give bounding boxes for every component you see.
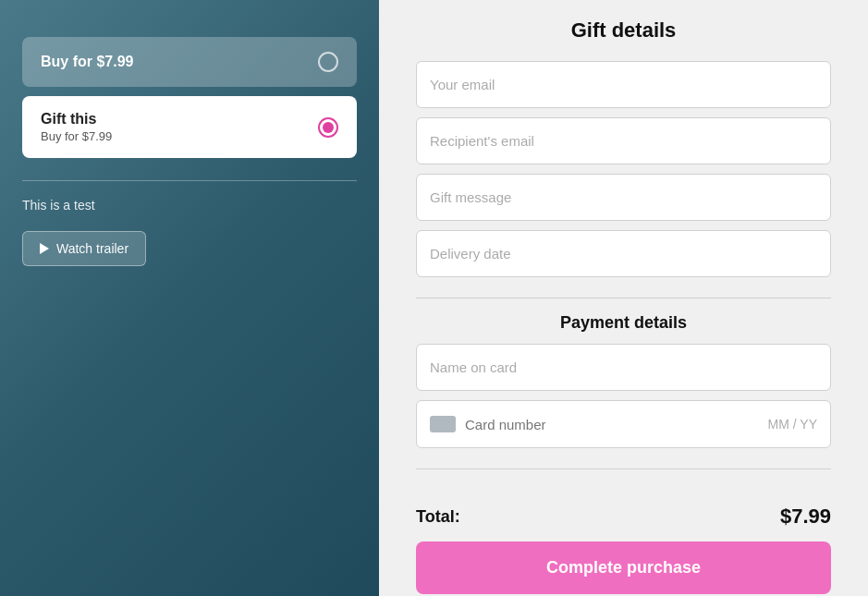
card-stripe [430, 416, 456, 432]
gift-option-text: Gift this Buy for $7.99 [41, 111, 112, 143]
total-section: Total: $7.99 [416, 501, 831, 529]
gift-option-sublabel: Buy for $7.99 [41, 129, 112, 143]
description-text: This is a test [22, 198, 357, 213]
payment-details-title: Payment details [416, 313, 831, 333]
watch-trailer-label: Watch trailer [56, 241, 128, 256]
right-panel: Gift details Payment details MM / YY Tot… [379, 0, 868, 596]
gift-option-card[interactable]: Gift this Buy for $7.99 [22, 96, 357, 158]
total-label: Total: [416, 507, 460, 527]
your-email-input[interactable] [416, 61, 831, 108]
section-divider [22, 180, 357, 181]
buy-radio[interactable] [318, 52, 338, 72]
delivery-date-input[interactable] [416, 230, 831, 277]
gift-radio[interactable] [318, 117, 338, 138]
gift-details-form [416, 61, 831, 277]
complete-purchase-button[interactable]: Complete purchase [416, 541, 831, 594]
card-expiry-placeholder: MM / YY [768, 417, 817, 432]
gift-details-title: Gift details [416, 18, 831, 43]
gift-message-input[interactable] [416, 174, 831, 221]
card-number-input[interactable] [465, 417, 768, 432]
buy-option-card[interactable]: Buy for $7.99 [22, 37, 357, 87]
card-icon [430, 416, 456, 432]
payment-form: MM / YY [416, 344, 831, 448]
play-icon [40, 243, 49, 254]
total-amount: $7.99 [780, 505, 831, 529]
buy-option-label: Buy for $7.99 [41, 54, 133, 70]
total-divider [416, 468, 831, 469]
card-number-row: MM / YY [416, 400, 831, 448]
name-on-card-input[interactable] [416, 344, 831, 391]
gift-option-label: Gift this [41, 111, 112, 128]
recipient-email-input[interactable] [416, 117, 831, 164]
left-panel: Buy for $7.99 Gift this Buy for $7.99 Th… [0, 0, 379, 596]
watch-trailer-button[interactable]: Watch trailer [22, 231, 146, 266]
payment-divider [416, 298, 831, 298]
